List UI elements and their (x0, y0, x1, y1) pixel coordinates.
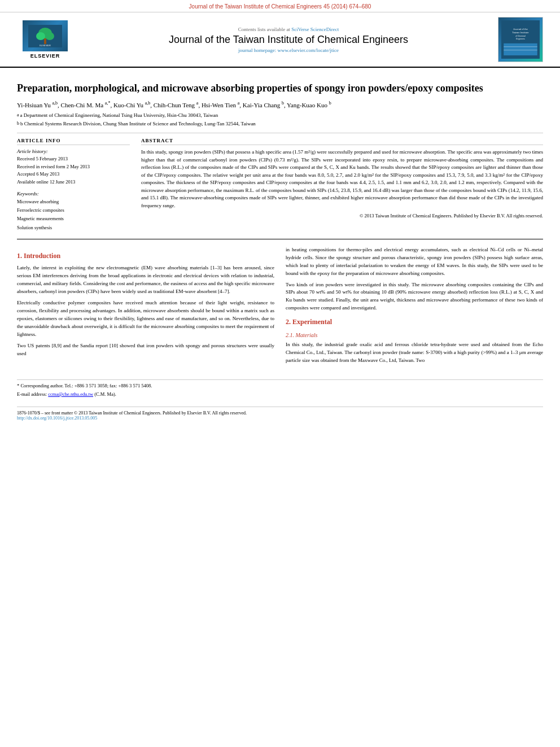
date-received: Received 5 February 2013 (17, 155, 130, 163)
section-2-heading: 2. Experimental (286, 317, 543, 327)
subsection-2-1-heading: 2.1. Materials (286, 331, 543, 340)
svg-text:Journal of the: Journal of the (513, 28, 528, 30)
article-dates: Received 5 February 2013 Received in rev… (17, 155, 130, 186)
aff-sup-a: a (17, 112, 19, 118)
copyright-line: © 2013 Taiwan Institute of Chemical Engi… (141, 213, 543, 219)
authors-line: Yi-Hsiuan Yu a,b, Chen-Chi M. Ma a,*, Ku… (17, 101, 543, 108)
keyword-1: Microwave absorbing (17, 198, 130, 206)
svg-rect-11 (504, 43, 537, 55)
aff-sup-b: b (17, 120, 19, 126)
svg-text:ELSEVIER: ELSEVIER (40, 44, 51, 47)
header-divider (17, 133, 543, 133)
right-para-3: In this study, the industrial grade oxal… (286, 341, 543, 365)
journal-title: Journal of the Taiwan Institute of Chemi… (79, 34, 498, 46)
affil-sup-a-b: a,b (53, 101, 58, 106)
footnote-corresponding: * Corresponding author. Tel.: +886 3 571… (17, 382, 543, 390)
keywords-list: Microwave absorbing Ferroelectric compos… (17, 198, 130, 232)
aff-text-a: a Department of Chemical Engineering, Na… (20, 112, 218, 119)
article-info-abstract: ARTICLE INFO Article history: Received 5… (17, 138, 543, 232)
abstract-column: ABSTRACT In this study, spongy iron powd… (141, 138, 543, 232)
sciverse-link[interactable]: SciVerse ScienceDirect (291, 27, 339, 32)
cover-svg: Journal of the Taiwan Institute of Chemi… (501, 17, 540, 62)
sciverse-link-line: Contents lists available at SciVerse Sci… (79, 27, 498, 32)
date-online: Available online 12 June 2013 (17, 178, 130, 186)
article-title: Preparation, morphological, and microwav… (17, 82, 543, 95)
affiliations-block: a a Department of Chemical Engineering, … (17, 112, 543, 127)
affil-sup-a4: a (238, 101, 240, 106)
affiliation-a: a a Department of Chemical Engineering, … (17, 112, 543, 119)
aff-text-b: b Chemical Systems Research Division, Ch… (20, 120, 256, 128)
article-history-label: Article history: (17, 148, 130, 154)
publisher-logo-area: ELSEVIER ELSEVIER (11, 20, 79, 59)
journal-homepage: journal homepage: www.elsevier.com/locat… (79, 47, 498, 53)
keyword-3: Magnetic measurements (17, 215, 130, 223)
footer-bar: 1876-1070/$ – see front matter © 2013 Ta… (17, 407, 543, 421)
affil-sup-a-star: a,* (105, 101, 111, 106)
journal-title-center: Contents lists available at SciVerse Sci… (79, 27, 498, 53)
article-info-column: ARTICLE INFO Article history: Received 5… (17, 138, 130, 232)
journal-reference-bar: Journal of the Taiwan Institute of Chemi… (0, 0, 560, 12)
svg-point-2 (36, 32, 45, 40)
affil-sup-b2: b (282, 101, 284, 106)
intro-para-2: Electrically conductive polymer composit… (17, 299, 274, 339)
journal-thumbnail: Journal of the Taiwan Institute of Chemi… (498, 17, 549, 62)
svg-text:of Chemical: of Chemical (515, 35, 526, 37)
elsevier-svg: ELSEVIER (28, 25, 62, 47)
affiliation-b: b b Chemical Systems Research Division, … (17, 120, 543, 128)
body-left-column: 1. Introduction Lately, the interest in … (17, 246, 274, 368)
body-columns: 1. Introduction Lately, the interest in … (17, 246, 543, 368)
affil-sup-a-b2: a,b (145, 101, 151, 106)
affil-sup-a3: a (196, 101, 199, 106)
date-revised: Received in revised form 2 May 2013 (17, 163, 130, 171)
abstract-label: ABSTRACT (141, 138, 543, 145)
abstract-paragraph: In this study, spongy iron powders (SIPs… (141, 148, 543, 209)
elsevier-tree-icon: ELSEVIER (23, 20, 68, 51)
footer-issn: 1876-1070/$ – see front matter © 2013 Ta… (17, 410, 543, 416)
body-divider (17, 239, 543, 239)
footnote-email: E-mail address: ccma@che.nthu.edu.tw (C.… (17, 391, 543, 398)
keyword-2: Ferroelectric composites (17, 206, 130, 215)
footer-doi: http://dx.doi.org/10.1016/j.jtice.2013.0… (17, 416, 543, 421)
svg-text:Engineers: Engineers (516, 38, 525, 40)
journal-header: ELSEVIER ELSEVIER Contents lists availab… (0, 12, 560, 68)
svg-point-3 (45, 32, 54, 40)
journal-cover-image: Journal of the Taiwan Institute of Chemi… (498, 17, 543, 62)
article-info-label: ARTICLE INFO (17, 138, 130, 145)
date-accepted: Accepted 6 May 2013 (17, 171, 130, 178)
email-link[interactable]: ccma@che.nthu.edu.tw (48, 391, 93, 397)
affil-sup-b3: b (329, 101, 331, 106)
main-content: Preparation, morphological, and microwav… (0, 68, 560, 379)
keyword-4: Solution synthesis (17, 224, 130, 232)
intro-para-3: Two US patents [8,9] and the Sandia repo… (17, 342, 274, 358)
section-1-heading: 1. Introduction (17, 251, 274, 261)
svg-text:Taiwan Institute: Taiwan Institute (512, 31, 529, 34)
homepage-link[interactable]: journal homepage: www.elsevier.com/locat… (238, 47, 339, 53)
body-right-column: in heating compositions for thermo-piles… (286, 246, 543, 368)
abstract-text: In this study, spongy iron powders (SIPs… (141, 148, 543, 209)
svg-rect-4 (44, 38, 46, 44)
keywords-label: Keywords: (17, 191, 130, 196)
intro-para-1: Lately, the interest in exploiting the n… (17, 264, 274, 296)
right-para-2: Two kinds of iron powders were investiga… (286, 281, 543, 313)
journal-reference-text: Journal of the Taiwan Institute of Chemi… (189, 3, 371, 10)
elsevier-logo: ELSEVIER ELSEVIER (11, 20, 79, 59)
footnote-area: * Corresponding author. Tel.: +886 3 571… (17, 379, 543, 398)
doi-link[interactable]: http://dx.doi.org/10.1016/j.jtice.2013.0… (17, 416, 97, 421)
elsevier-text: ELSEVIER (30, 53, 60, 59)
right-para-1: in heating compositions for thermo-piles… (286, 246, 543, 278)
